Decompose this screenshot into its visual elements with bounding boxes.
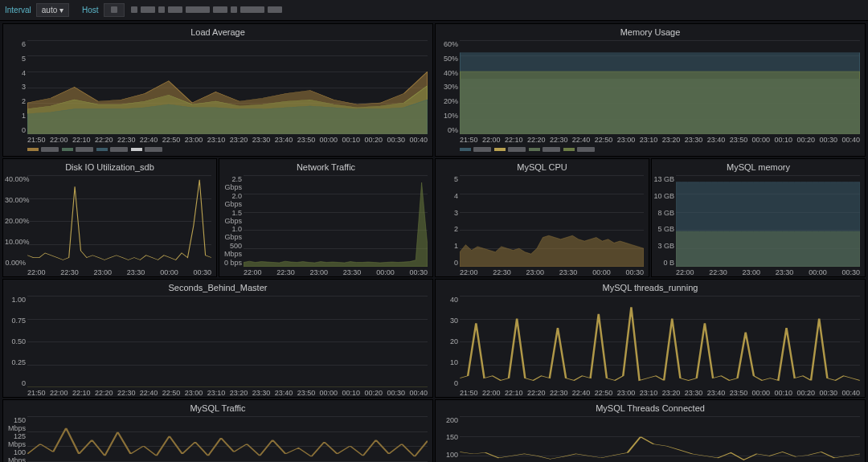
- dashboard-grid: Load Average 6543210 21:5022:0022:1022:2…: [0, 21, 868, 462]
- plot: 40.00%30.00%20.00%10.00%0.00% 22:0022:30…: [27, 175, 211, 267]
- plot: 2.5 Gbps2.0 Gbps1.5 Gbps1.0 Gbps500 Mbps…: [244, 175, 428, 267]
- panel-title: MySQL Threads Connected: [436, 400, 865, 415]
- panel-title: Seconds_Behind_Master: [3, 280, 432, 294]
- plot: 1.000.750.500.250 21:5022:0022:1022:2022…: [27, 296, 428, 387]
- panel-title: Memory Usage: [436, 24, 865, 39]
- panel-title: MySQL Traffic: [3, 400, 432, 415]
- panel-title: Load Average: [3, 24, 432, 39]
- plot: 150 Mbps125 Mbps100 Mbps75 Mbps50 Mbps: [27, 416, 428, 462]
- plot: 403020100 21:5022:0022:1022:2022:3022:40…: [460, 296, 860, 387]
- panel-memory-usage[interactable]: Memory Usage 60%50%40%30%20%10%0% 21:502…: [435, 23, 866, 157]
- top-bar: Interval auto ▾ Host: [0, 0, 868, 21]
- panel-seconds-behind-master[interactable]: Seconds_Behind_Master 1.000.750.500.250 …: [2, 279, 433, 398]
- panel-mysql-cpu[interactable]: MySQL CPU 543210 22:0022:3023:0023:3000:…: [435, 158, 649, 277]
- panel-mysql-threads-running[interactable]: MySQL threads_running 403020100 21:5022:…: [435, 279, 866, 398]
- plot: 13 GB10 GB8 GB5 GB3 GB0 B 22:0022:3023:0…: [676, 175, 860, 267]
- panel-mysql-traffic[interactable]: MySQL Traffic 150 Mbps125 Mbps100 Mbps75…: [2, 399, 433, 462]
- panel-network-traffic[interactable]: Network Traffic 2.5 Gbps2.0 Gbps1.5 Gbps…: [219, 158, 433, 277]
- host-select[interactable]: [104, 3, 125, 17]
- panel-disk-io[interactable]: Disk IO Utilization_sdb 40.00%30.00%20.0…: [2, 158, 217, 277]
- host-label: Host: [82, 6, 99, 14]
- panel-title: MySQL memory: [652, 159, 865, 174]
- legend: [3, 144, 432, 156]
- plot: 543210 22:0022:3023:0023:3000:0000:30: [460, 175, 644, 267]
- legend: [436, 144, 865, 156]
- plot: 6543210 21:5022:0022:1022:2022:3022:4022…: [27, 40, 428, 134]
- host-crumbs: [129, 6, 284, 14]
- panel-title: Disk IO Utilization_sdb: [3, 159, 216, 174]
- panel-load-average[interactable]: Load Average 6543210 21:5022:0022:1022:2…: [2, 23, 433, 157]
- interval-label: Interval: [5, 6, 31, 14]
- panel-mysql-memory[interactable]: MySQL memory 13 GB10 GB8 GB5 GB3 GB0 B 2…: [651, 158, 866, 277]
- panel-title: Network Traffic: [219, 159, 432, 174]
- plot: 20015010050: [460, 416, 860, 462]
- plot: 60%50%40%30%20%10%0% 21:5022:0022:1022:2…: [460, 40, 860, 134]
- panel-title: MySQL CPU: [436, 159, 649, 174]
- panel-mysql-threads-connected[interactable]: MySQL Threads Connected 20015010050: [435, 399, 866, 462]
- panel-title: MySQL threads_running: [436, 280, 865, 294]
- interval-select[interactable]: auto ▾: [36, 3, 69, 17]
